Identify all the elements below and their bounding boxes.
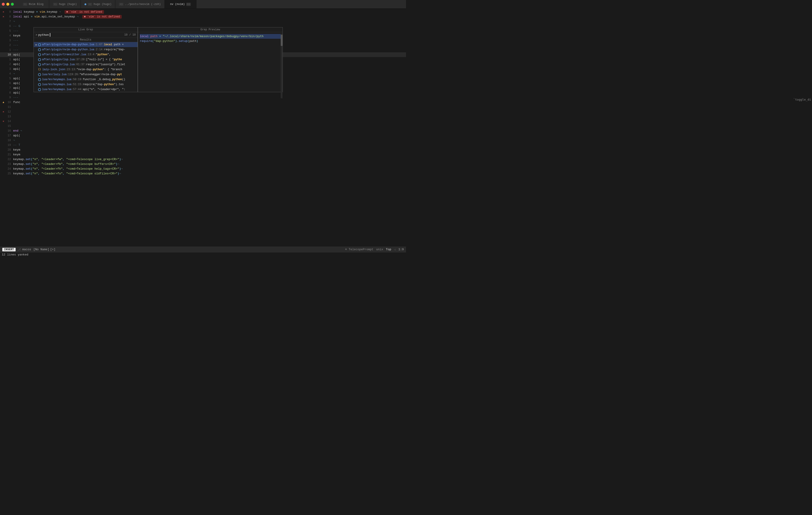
code-line: 22 keymap.set("n", "<leader>fw", "<cmd>T… [0,157,406,162]
code-line: 11 [0,104,406,110]
preview-line1: local path = "~/.local/share/nvim/mason/… [140,34,281,39]
tab-label: hugo (hugo) [59,3,77,6]
result-file: lua/kn/keymaps.lua [42,88,71,91]
modified-flag: [+] [50,248,55,251]
result-file: lua/kn/keymaps.lua [42,78,71,81]
telescope-panel[interactable]: Live Grep > python 10 / 10 Results ▶ aft… [33,27,283,92]
chevron-left-icon: ◁ [394,248,396,251]
code-line: 17 api( [0,133,406,138]
result-match: "python", [96,53,111,56]
mode-badge: INSERT [2,248,16,251]
tab-dot [85,3,86,5]
result-item[interactable]: ▶ after/plugin/nvim-dap-python.lua :1:67… [34,42,138,47]
result-loc: :50:19: [71,78,83,81]
result-loc: :51:15: [71,83,83,86]
globe-icon [38,63,41,66]
code-line: 24 keymap.set("n", "<leader>fh", "<cmd>T… [0,166,406,171]
line-number: 22 [6,158,11,161]
globe-icon [38,78,41,81]
result-item[interactable]: ▶ after/plugin/lsp.lua :37:20: ["null-ls… [34,57,138,62]
scrollbar-thumb[interactable] [281,35,283,46]
tab-kbd: ⌘4 [186,3,191,6]
tab-posts[interactable]: ⌘3 ../posts/neovim (-zsh) [115,0,165,8]
result-loc: :2:14: [94,48,104,51]
tab-label: Nvim Blog [29,3,44,6]
line-number: 15 [6,125,11,128]
titlebar: ⌘1 Nvim Blog ⌘1 hugo (hugo) ⌘2 hugo (hug… [0,0,406,9]
search-count: 10 / 10 [124,33,136,36]
tab-bar: ⌘1 Nvim Blog ⌘1 hugo (hugo) ⌘2 hugo (hug… [18,0,404,8]
result-item[interactable]: ▶ {} lazy-lock.json :23:13: "nvim-dap-py… [34,67,138,72]
globe-icon [38,43,41,46]
result-loc: :37:20: [75,58,86,61]
code-line: 18 ¬ [0,138,406,143]
statusbar-position: 1:9 [399,248,404,251]
result-item[interactable]: ▶ lua/kn/keymaps.lua :50:19: function _G… [34,77,138,82]
result-match: ["null-ls"] = { "pytho [86,58,122,61]
message-text: 12 lines yanked [2,253,28,256]
code-line: 7 ¬ [0,19,406,24]
line-number: 3 [6,67,11,71]
line-number: 20 [6,148,11,152]
grep-preview-panel: Grep Preview local path = "~/.local/shar… [138,27,283,92]
result-file: after/plugin/nvim-dap-python.lua [42,48,94,51]
line-number: 4 [6,34,11,37]
code-line: 9 --- [0,95,406,100]
statusbar: INSERT ⎇ macos [No Name] [+] ≡ TelecopeP… [0,246,406,252]
line-number: 19 [6,144,11,147]
minimize-button[interactable] [6,3,9,6]
line-number: 13 [6,115,11,118]
maximize-button[interactable] [11,3,14,6]
result-item[interactable]: ▶ lua/kn/lazy.lua :119:26: "mfussenegger… [34,72,138,77]
code-line: ✕ 9 local keymap = vim.keymap ¬ ■ `vim` … [0,9,406,14]
line-number: 23 [6,162,11,166]
line-number: 18 [6,139,11,142]
selected-arrow: ▶ [35,43,37,46]
statusbar-filetype: ≡ TelecopePrompt [345,248,373,251]
result-item[interactable]: ▶ after/plugin/nvim-dap-python.lua :2:14… [34,47,138,52]
tab-hugo2[interactable]: ⌘2 hugo (hugo) [81,0,115,8]
line-number: 12 [6,110,11,114]
result-file: lua/kn/keymaps.lua [42,83,71,86]
message-line: 12 lines yanked [0,252,406,258]
line-number: 9 [6,96,11,99]
close-button[interactable] [2,3,5,6]
globe-icon [38,48,41,51]
result-match: api("n", "<leader>dpr", ": [83,88,125,91]
code-line: 19 -- T [0,143,406,147]
code-line: 23 keymap.set("n", "<leader>fb", "<cmd>T… [0,162,406,166]
tab-label: hugo (hugo) [93,3,112,6]
code-line: 21 keym [0,152,406,157]
result-item[interactable]: ▶ after/plugin/lsp.lua :61:37: require("… [34,62,138,67]
tab-nv[interactable]: nv (nvim) ⌘4 [165,0,197,8]
result-match: require("dap- [104,48,125,51]
scrollbar-track[interactable] [281,34,283,98]
statusbar-encoding: unix [376,248,383,251]
code-line: 16 end ¬ [0,128,406,133]
result-loc: :61:37: [75,63,86,66]
live-grep-header: Live Grep [34,27,138,32]
error-sign: ✕ [2,15,5,18]
results-header: Results [34,38,138,42]
result-match: "nvim-dap-python": { "branch [77,68,122,71]
tab-hugo[interactable]: ⌘1 hugo (hugo) [49,0,81,8]
tab-nvim-blog[interactable]: ⌘1 Nvim Blog [18,0,49,8]
result-match: function _G.debug_python() [83,78,125,81]
live-grep-panel[interactable]: Live Grep > python 10 / 10 Results ▶ aft… [33,27,138,92]
cursor [50,33,50,37]
search-input-row[interactable]: > python 10 / 10 [34,32,138,38]
preview-content: local path = "~/.local/share/nvim/mason/… [138,32,283,45]
result-match: "mfussenegger/nvim-dap-pyt [80,73,122,76]
grep-preview-header: Grep Preview [138,27,283,32]
line-number: 24 [6,168,11,171]
result-item[interactable]: ▶ lua/kn/keymaps.lua :57:44: api("n", "<… [34,87,138,92]
result-item[interactable]: ▶ lua/kn/keymaps.lua :51:15: require("da… [34,82,138,87]
line-number: 11 [6,105,11,109]
result-loc: :119:26: [67,73,80,76]
line-number: 1 [6,58,11,61]
result-match: local path = [104,43,123,46]
branch-name: macos [22,248,31,251]
result-item[interactable]: ▶ after/plugin/treesitter.lua :13:4: "py… [34,52,138,57]
result-file: lazy-lock.json [42,68,65,71]
filename: [No Name] [33,248,49,251]
